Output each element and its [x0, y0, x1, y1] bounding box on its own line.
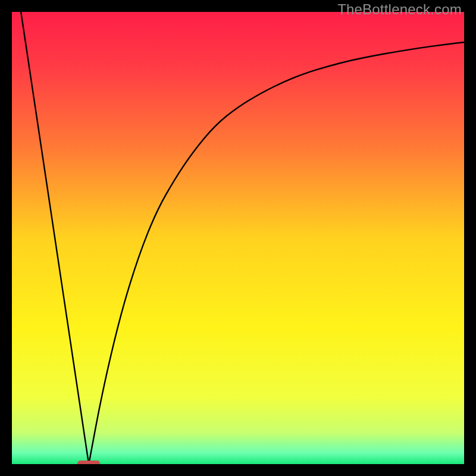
- gradient-background: [12, 12, 464, 464]
- chart-frame: [12, 12, 464, 464]
- bottleneck-chart: [12, 12, 464, 464]
- watermark-text: TheBottleneck.com: [337, 1, 462, 18]
- optimum-marker: [77, 461, 100, 464]
